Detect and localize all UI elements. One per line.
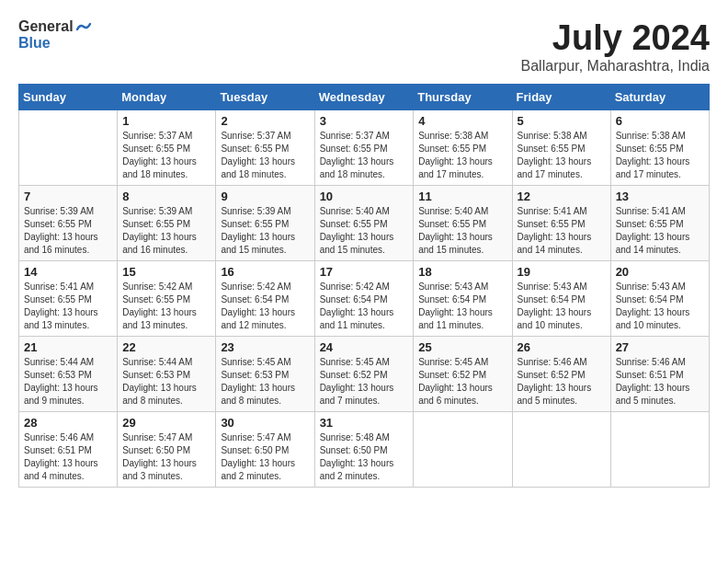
- day-info: Sunrise: 5:43 AM Sunset: 6:54 PM Dayligh…: [616, 281, 704, 332]
- day-info: Sunrise: 5:40 AM Sunset: 6:55 PM Dayligh…: [418, 205, 506, 257]
- day-number: 27: [616, 340, 704, 354]
- calendar-cell: 9Sunrise: 5:39 AM Sunset: 6:55 PM Daylig…: [216, 186, 314, 261]
- day-info: Sunrise: 5:37 AM Sunset: 6:55 PM Dayligh…: [122, 130, 210, 181]
- header-tuesday: Tuesday: [216, 85, 314, 110]
- calendar-cell: 7Sunrise: 5:39 AM Sunset: 6:55 PM Daylig…: [19, 186, 118, 261]
- calendar-cell: 6Sunrise: 5:38 AM Sunset: 6:55 PM Daylig…: [610, 110, 709, 186]
- calendar-cell: 23Sunrise: 5:45 AM Sunset: 6:53 PM Dayli…: [216, 337, 314, 412]
- day-number: 19: [518, 265, 606, 279]
- calendar-cell: 24Sunrise: 5:45 AM Sunset: 6:52 PM Dayli…: [314, 337, 414, 412]
- calendar-cell: 28Sunrise: 5:46 AM Sunset: 6:51 PM Dayli…: [19, 412, 118, 488]
- day-number: 14: [24, 265, 112, 279]
- title-area: July 2024 Ballarpur, Maharashtra, India: [521, 18, 710, 75]
- day-number: 8: [122, 190, 210, 203]
- day-info: Sunrise: 5:37 AM Sunset: 6:55 PM Dayligh…: [221, 130, 309, 181]
- day-number: 23: [221, 340, 309, 354]
- day-info: Sunrise: 5:40 AM Sunset: 6:55 PM Dayligh…: [320, 205, 409, 257]
- day-info: Sunrise: 5:48 AM Sunset: 6:50 PM Dayligh…: [320, 431, 409, 483]
- calendar-cell: 12Sunrise: 5:41 AM Sunset: 6:55 PM Dayli…: [512, 186, 610, 261]
- day-number: 25: [418, 340, 506, 354]
- calendar-cell: 11Sunrise: 5:40 AM Sunset: 6:55 PM Dayli…: [414, 186, 512, 261]
- day-number: 30: [221, 416, 309, 430]
- day-info: Sunrise: 5:45 AM Sunset: 6:52 PM Dayligh…: [418, 356, 506, 408]
- calendar-cell: [19, 110, 118, 186]
- calendar-cell: 18Sunrise: 5:43 AM Sunset: 6:54 PM Dayli…: [414, 261, 512, 337]
- calendar-cell: 3Sunrise: 5:37 AM Sunset: 6:55 PM Daylig…: [314, 110, 414, 186]
- day-info: Sunrise: 5:42 AM Sunset: 6:54 PM Dayligh…: [320, 281, 409, 332]
- day-info: Sunrise: 5:47 AM Sunset: 6:50 PM Dayligh…: [221, 431, 309, 483]
- logo-general: General: [18, 18, 74, 35]
- day-info: Sunrise: 5:42 AM Sunset: 6:54 PM Dayligh…: [221, 281, 309, 332]
- day-number: 22: [122, 340, 210, 354]
- header: General Blue July 2024 Ballarpur, Mahara…: [18, 18, 710, 75]
- day-number: 20: [616, 265, 704, 279]
- calendar-cell: 4Sunrise: 5:38 AM Sunset: 6:55 PM Daylig…: [414, 110, 512, 186]
- day-info: Sunrise: 5:46 AM Sunset: 6:51 PM Dayligh…: [616, 356, 704, 408]
- calendar-cell: 21Sunrise: 5:44 AM Sunset: 6:53 PM Dayli…: [19, 337, 118, 412]
- calendar-cell: 15Sunrise: 5:42 AM Sunset: 6:55 PM Dayli…: [118, 261, 216, 337]
- calendar-cell: 16Sunrise: 5:42 AM Sunset: 6:54 PM Dayli…: [216, 261, 314, 337]
- day-info: Sunrise: 5:45 AM Sunset: 6:52 PM Dayligh…: [320, 356, 409, 408]
- day-number: 1: [122, 114, 210, 128]
- calendar-week-3: 14Sunrise: 5:41 AM Sunset: 6:55 PM Dayli…: [19, 261, 710, 337]
- day-info: Sunrise: 5:46 AM Sunset: 6:52 PM Dayligh…: [518, 356, 606, 408]
- day-info: Sunrise: 5:46 AM Sunset: 6:51 PM Dayligh…: [24, 431, 112, 483]
- day-info: Sunrise: 5:39 AM Sunset: 6:55 PM Dayligh…: [24, 205, 112, 257]
- logo-wave-icon: [75, 18, 92, 35]
- day-number: 28: [24, 416, 112, 430]
- calendar-cell: 26Sunrise: 5:46 AM Sunset: 6:52 PM Dayli…: [512, 337, 610, 412]
- calendar-cell: [414, 412, 512, 488]
- day-number: 17: [320, 265, 409, 279]
- day-number: 16: [221, 265, 309, 279]
- day-number: 3: [320, 114, 409, 128]
- location-title: Ballarpur, Maharashtra, India: [521, 58, 710, 75]
- calendar-cell: 14Sunrise: 5:41 AM Sunset: 6:55 PM Dayli…: [19, 261, 118, 337]
- calendar-cell: [512, 412, 610, 488]
- calendar-cell: 1Sunrise: 5:37 AM Sunset: 6:55 PM Daylig…: [118, 110, 216, 186]
- day-info: Sunrise: 5:44 AM Sunset: 6:53 PM Dayligh…: [24, 356, 112, 408]
- calendar-cell: 29Sunrise: 5:47 AM Sunset: 6:50 PM Dayli…: [118, 412, 216, 488]
- calendar-cell: 20Sunrise: 5:43 AM Sunset: 6:54 PM Dayli…: [610, 261, 709, 337]
- day-info: Sunrise: 5:38 AM Sunset: 6:55 PM Dayligh…: [418, 130, 506, 181]
- calendar-week-5: 28Sunrise: 5:46 AM Sunset: 6:51 PM Dayli…: [19, 412, 710, 488]
- logo-blue: Blue: [18, 35, 92, 52]
- logo: General Blue: [18, 18, 92, 52]
- day-number: 18: [418, 265, 506, 279]
- day-info: Sunrise: 5:44 AM Sunset: 6:53 PM Dayligh…: [122, 356, 210, 408]
- day-number: 13: [616, 190, 704, 203]
- calendar-cell: [610, 412, 709, 488]
- day-info: Sunrise: 5:39 AM Sunset: 6:55 PM Dayligh…: [122, 205, 210, 257]
- header-wednesday: Wednesday: [314, 85, 414, 110]
- day-info: Sunrise: 5:38 AM Sunset: 6:55 PM Dayligh…: [518, 130, 606, 181]
- header-monday: Monday: [118, 85, 216, 110]
- day-number: 31: [320, 416, 409, 430]
- day-number: 29: [122, 416, 210, 430]
- day-number: 6: [616, 114, 704, 128]
- day-info: Sunrise: 5:41 AM Sunset: 6:55 PM Dayligh…: [24, 281, 112, 332]
- calendar-cell: 17Sunrise: 5:42 AM Sunset: 6:54 PM Dayli…: [314, 261, 414, 337]
- calendar-cell: 8Sunrise: 5:39 AM Sunset: 6:55 PM Daylig…: [118, 186, 216, 261]
- calendar-cell: 22Sunrise: 5:44 AM Sunset: 6:53 PM Dayli…: [118, 337, 216, 412]
- day-info: Sunrise: 5:37 AM Sunset: 6:55 PM Dayligh…: [320, 130, 409, 181]
- day-number: 15: [122, 265, 210, 279]
- calendar-cell: 27Sunrise: 5:46 AM Sunset: 6:51 PM Dayli…: [610, 337, 709, 412]
- calendar-cell: 30Sunrise: 5:47 AM Sunset: 6:50 PM Dayli…: [216, 412, 314, 488]
- day-info: Sunrise: 5:41 AM Sunset: 6:55 PM Dayligh…: [518, 205, 606, 257]
- header-friday: Friday: [512, 85, 610, 110]
- day-number: 9: [221, 190, 309, 203]
- calendar-cell: 13Sunrise: 5:41 AM Sunset: 6:55 PM Dayli…: [610, 186, 709, 261]
- calendar-cell: 31Sunrise: 5:48 AM Sunset: 6:50 PM Dayli…: [314, 412, 414, 488]
- calendar-week-4: 21Sunrise: 5:44 AM Sunset: 6:53 PM Dayli…: [19, 337, 710, 412]
- day-info: Sunrise: 5:41 AM Sunset: 6:55 PM Dayligh…: [616, 205, 704, 257]
- day-number: 11: [418, 190, 506, 203]
- day-number: 24: [320, 340, 409, 354]
- calendar-cell: 10Sunrise: 5:40 AM Sunset: 6:55 PM Dayli…: [314, 186, 414, 261]
- day-info: Sunrise: 5:43 AM Sunset: 6:54 PM Dayligh…: [518, 281, 606, 332]
- day-number: 4: [418, 114, 506, 128]
- day-info: Sunrise: 5:43 AM Sunset: 6:54 PM Dayligh…: [418, 281, 506, 332]
- day-info: Sunrise: 5:45 AM Sunset: 6:53 PM Dayligh…: [221, 356, 309, 408]
- day-number: 7: [24, 190, 112, 203]
- calendar: Sunday Monday Tuesday Wednesday Thursday…: [18, 84, 710, 488]
- calendar-week-1: 1Sunrise: 5:37 AM Sunset: 6:55 PM Daylig…: [19, 110, 710, 186]
- weekday-header-row: Sunday Monday Tuesday Wednesday Thursday…: [19, 85, 710, 110]
